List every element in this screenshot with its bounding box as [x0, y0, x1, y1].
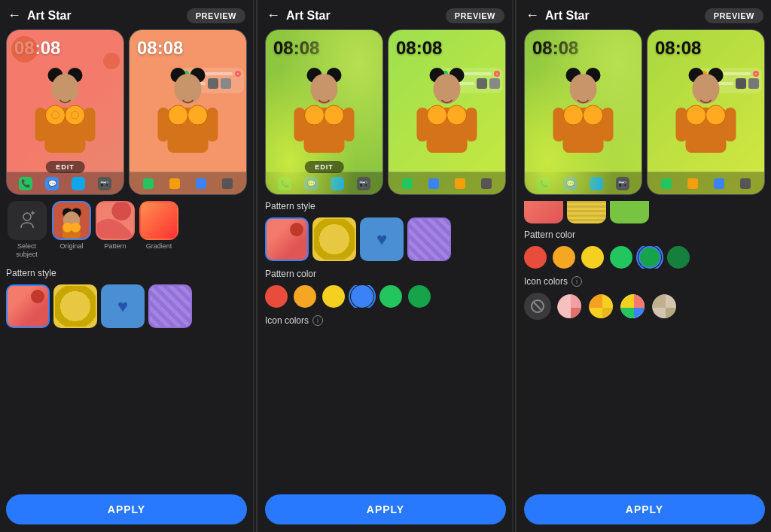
subject-row: Select subject Orig — [6, 201, 247, 260]
subject-thumb-original — [52, 201, 91, 240]
svg-rect-40 — [343, 108, 355, 141]
phone-time-home-2: 08:08 — [389, 30, 505, 59]
color-dot-3-darkgreen[interactable] — [638, 246, 661, 269]
phone-time-lock-2: 08:08 — [266, 30, 382, 59]
phones-area-2: 08:08 EDI — [265, 29, 506, 195]
color-dot-2-blue[interactable] — [351, 285, 373, 308]
phone-person-home-3 — [648, 59, 764, 172]
svg-rect-17 — [207, 108, 218, 141]
phone-edit-button-2[interactable]: EDIT — [304, 161, 344, 173]
preview-button-3[interactable]: PREVIEW — [705, 8, 763, 23]
phones-area-3: 08:08 — [524, 29, 765, 195]
preview-button-1[interactable]: PREVIEW — [187, 8, 245, 23]
pattern-style-title-2: Pattern style — [265, 201, 506, 211]
phone-edit-button-1[interactable]: EDIT — [45, 161, 85, 173]
icon-colors-label-3: Icon colors i — [524, 276, 765, 287]
icon-color-beige-svg — [652, 294, 678, 320]
svg-point-22 — [23, 213, 31, 220]
original-thumb-svg — [53, 201, 90, 240]
bottom-section-1: Select subject Orig — [6, 201, 247, 488]
svg-point-67 — [693, 74, 720, 104]
dock-icon-3b: 💬 — [563, 177, 577, 190]
pattern-thumb-yellow-1[interactable] — [53, 284, 97, 328]
subject-item-original[interactable]: Original — [52, 201, 91, 259]
phone-dock-1: 📞 💬 📷 — [7, 172, 123, 194]
icon-color-row-3 — [524, 293, 765, 320]
preview-button-2[interactable]: PREVIEW — [446, 8, 504, 23]
icon-color-yellow-split[interactable] — [587, 293, 614, 320]
apply-button-2[interactable]: APPLY — [265, 494, 506, 524]
subject-thumb-gradient — [139, 201, 178, 240]
svg-rect-69 — [676, 108, 687, 141]
bottom-section-3: Pattern color Icon colors i — [524, 201, 765, 488]
phone-dock-2: 📞 💬 📷 — [266, 172, 382, 194]
phone-person-home-2 — [389, 59, 505, 172]
color-dot-3-deepgreen[interactable] — [667, 246, 690, 269]
color-dot-3-orange[interactable] — [553, 246, 575, 269]
icon-colors-text-2: Icon colors — [265, 315, 309, 326]
color-dot-2-yellow[interactable] — [322, 285, 345, 308]
info-icon-2[interactable]: i — [312, 315, 323, 326]
panel-2: ← Art Star PREVIEW 08:08 — [259, 0, 513, 532]
dock-icon-2h2 — [428, 178, 439, 189]
pattern-style-title-1: Pattern style — [6, 268, 247, 278]
pattern-thumb-red-1[interactable] — [6, 284, 50, 328]
svg-rect-49 — [417, 108, 428, 141]
pattern-partial-1 — [524, 201, 563, 223]
panel-1: ← Art Star PREVIEW 08:08 — [0, 0, 254, 532]
dock-icon-cam: 📷 — [98, 177, 111, 190]
pattern-thumb-blue-1[interactable] — [101, 284, 145, 328]
phone-time-home-3: 08:08 — [648, 30, 764, 59]
person-svg-home-2 — [389, 59, 505, 172]
icon-color-multi-svg — [620, 294, 646, 320]
color-dot-3-yellow[interactable] — [581, 246, 604, 269]
pattern-thumb-purple-1[interactable] — [148, 284, 192, 328]
svg-point-57 — [570, 74, 597, 104]
subject-item-select[interactable]: Select subject — [6, 201, 47, 259]
svg-rect-70 — [725, 108, 736, 141]
color-dot-2-orange[interactable] — [294, 285, 316, 308]
phone-homescreen-1: 08:08 × — [129, 29, 247, 195]
color-dot-2-red[interactable] — [265, 285, 288, 308]
header-title-1: Art Star — [27, 9, 187, 23]
icon-color-multi[interactable] — [619, 293, 646, 320]
svg-point-37 — [311, 74, 338, 104]
pattern-thumb-blue-2[interactable] — [360, 217, 404, 261]
dock-icon-2d: 📷 — [357, 177, 370, 190]
color-dot-3-red[interactable] — [524, 246, 547, 269]
pattern-thumb-yellow-2[interactable] — [312, 217, 356, 261]
apply-button-3[interactable]: APPLY — [524, 494, 765, 524]
dock-icon-3h2 — [687, 178, 698, 189]
svg-point-30 — [62, 223, 72, 233]
dock-icon-h1 — [143, 178, 154, 189]
person-svg-1 — [7, 59, 123, 172]
dock-icon-2h4 — [481, 178, 492, 189]
pattern-color-title-2: Pattern color — [265, 269, 506, 279]
color-dot-3-green[interactable] — [610, 246, 632, 269]
back-button-3[interactable]: ← — [526, 8, 539, 23]
icon-color-pink-split[interactable] — [556, 293, 583, 320]
apply-button-1[interactable]: APPLY — [6, 494, 247, 524]
phone-person-1 — [7, 59, 123, 172]
subject-item-gradient[interactable]: Gradient — [139, 201, 178, 259]
svg-rect-60 — [602, 108, 614, 141]
pattern-thumb-red-2[interactable] — [265, 217, 309, 261]
phone-person-2 — [266, 59, 382, 172]
info-icon-3[interactable]: i — [571, 276, 582, 287]
icon-color-none[interactable] — [524, 293, 551, 320]
pattern-row-3-partial — [524, 201, 765, 223]
pattern-thumb-purple-2[interactable] — [407, 217, 451, 261]
icon-color-beige[interactable] — [651, 293, 678, 320]
back-button-1[interactable]: ← — [8, 8, 21, 23]
subject-item-pattern[interactable]: Pattern — [96, 201, 135, 259]
back-arrow-icon-2: ← — [267, 8, 280, 23]
svg-rect-16 — [158, 108, 169, 141]
icon-color-yellow-split-svg — [589, 294, 614, 320]
back-button-2[interactable]: ← — [267, 8, 280, 23]
color-dot-2-darkgreen[interactable] — [408, 285, 431, 308]
color-dot-2-green[interactable] — [379, 285, 402, 308]
dock-icon-h3 — [196, 178, 206, 189]
svg-rect-39 — [294, 108, 306, 141]
pattern-thumb-svg — [97, 201, 133, 240]
dock-icon-3h1 — [661, 178, 672, 189]
